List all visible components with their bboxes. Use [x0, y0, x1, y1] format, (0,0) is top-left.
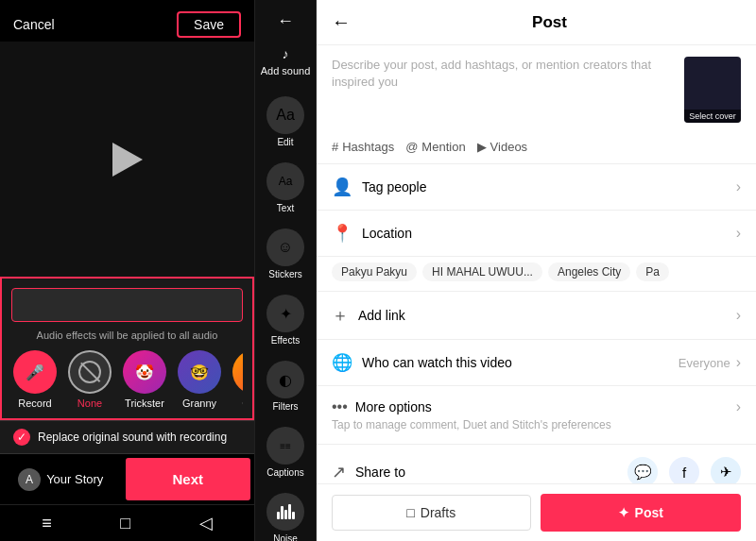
back-button[interactable]: ← — [277, 11, 294, 31]
more-options-label: More options — [355, 399, 432, 414]
videos-button[interactable]: ▶ Videos — [477, 140, 528, 154]
mention-button[interactable]: @ Mention — [405, 140, 465, 154]
drafts-label: Drafts — [421, 505, 455, 520]
location-tag-2[interactable]: HI MAHAL UWUU... — [422, 262, 542, 281]
tool-noise-reducer[interactable]: Noise reducer — [255, 485, 316, 541]
post-content: Describe your post, add hashtags, or men… — [317, 45, 756, 483]
nav-back-icon[interactable]: ◁ — [199, 513, 213, 533]
effect-granny[interactable]: 🤓 Granny — [176, 350, 223, 409]
tool-filters[interactable]: ◐ Filters — [255, 353, 316, 419]
effects-row: 🎤 Record None 🤡 Trickster 🤓 G — [11, 350, 243, 409]
post-button[interactable]: ✦ Post — [541, 494, 742, 532]
share-to-label: Share to — [355, 465, 627, 480]
mention-symbol: @ — [405, 140, 418, 154]
more-options-section: ••• More options › Tap to manage comment… — [317, 386, 756, 445]
bottom-nav-bar: ≡ □ ◁ — [0, 504, 254, 541]
play-button[interactable] — [112, 143, 143, 177]
audio-tools-panel: ← ♪ Add sound Aa Edit Aa Text ☺ Stickers… — [255, 0, 317, 541]
granny-emoji: 🤓 — [190, 363, 209, 381]
post-description-placeholder[interactable]: Describe your post, add hashtags, or men… — [332, 57, 675, 123]
post-back-button[interactable]: ← — [332, 11, 351, 33]
tool-edit-label: Edit — [277, 137, 293, 147]
editor-top-bar: Cancel Save — [0, 0, 254, 49]
location-chevron-icon: › — [736, 225, 741, 242]
nav-menu-icon[interactable]: ≡ — [42, 514, 52, 533]
add-link-label: Add link — [358, 308, 736, 323]
effect-trickster[interactable]: 🤡 Trickster — [121, 350, 168, 409]
add-sound-label: Add sound — [261, 65, 311, 77]
videos-label: Videos — [490, 140, 528, 154]
hashtag-symbol: # — [332, 140, 338, 154]
more-options-sub: Tap to manage comment, Duet and Stitch's… — [332, 418, 741, 431]
nav-home-icon[interactable]: □ — [120, 514, 130, 533]
location-tag-4[interactable]: Pa — [636, 262, 669, 281]
location-tag-1[interactable]: Pakyu Pakyu — [332, 262, 417, 281]
location-tags: Pakyu Pakyu HI MAHAL UWUU... Angeles Cit… — [317, 257, 756, 292]
effect-trickster-label: Trickster — [125, 397, 164, 409]
telegram-share-button[interactable]: ✈ — [711, 457, 741, 483]
add-sound-section: ♪ Add sound — [255, 42, 316, 89]
drafts-button[interactable]: □ Drafts — [332, 495, 531, 531]
tag-people-row[interactable]: 👤 Tag people › — [317, 164, 756, 211]
tool-edit[interactable]: Aa Edit — [255, 89, 316, 155]
messenger-share-button[interactable]: 💬 — [627, 457, 658, 483]
mention-label: Mention — [421, 140, 465, 154]
effect-chip[interactable]: 😜 Chi... — [231, 350, 243, 409]
no-effect-icon — [78, 361, 101, 383]
noise-reducer-icon — [266, 493, 304, 531]
cancel-button[interactable]: Cancel — [13, 17, 55, 32]
facebook-share-button[interactable]: f — [669, 457, 699, 483]
tool-captions[interactable]: ≡≡ Captions — [255, 419, 316, 485]
add-link-row[interactable]: ＋ Add link › — [317, 292, 756, 340]
captions-icon: ≡≡ — [266, 427, 304, 465]
music-note-icon: ♪ — [283, 46, 289, 61]
filters-icon: ◐ — [266, 361, 304, 398]
post-header: ← Post — [317, 0, 756, 45]
post-star-icon: ✦ — [618, 505, 629, 520]
hashtag-row: # Hashtags @ Mention ▶ Videos — [317, 134, 756, 164]
audio-top-nav: ← — [255, 0, 316, 42]
none-icon — [68, 350, 112, 394]
effect-record[interactable]: 🎤 Record — [11, 350, 59, 409]
location-tag-3[interactable]: Angeles City — [548, 262, 630, 281]
more-options-chevron-icon: › — [736, 398, 741, 415]
more-options-left: ••• More options — [332, 398, 432, 415]
who-watch-row[interactable]: 🌐 Who can watch this video Everyone › — [317, 340, 756, 386]
audio-effects-section: Audio effects will be applied to all aud… — [0, 277, 254, 420]
post-bottom-bar: □ Drafts ✦ Post — [317, 483, 756, 541]
location-label: Location — [362, 226, 736, 241]
save-button[interactable]: Save — [177, 11, 241, 38]
effect-chip-label: Chi... — [242, 397, 243, 409]
effect-none[interactable]: None — [66, 350, 113, 409]
effect-record-label: Record — [18, 397, 51, 409]
tool-stickers[interactable]: ☺ Stickers — [255, 221, 316, 287]
hashtag-button[interactable]: # Hashtags — [332, 140, 394, 154]
more-options-header[interactable]: ••• More options › — [332, 398, 741, 415]
story-next-bar: A Your Story Next — [0, 453, 254, 504]
replace-sound-row[interactable]: ✓ Replace original sound with recording — [0, 420, 254, 453]
tool-captions-label: Captions — [266, 467, 303, 478]
chip-icon: 😜 — [232, 350, 243, 394]
cover-thumbnail[interactable]: Select cover — [684, 57, 741, 123]
share-icons: 💬 f ✈ — [627, 457, 741, 483]
text-icon: Aa — [266, 162, 304, 200]
audio-progress-bar[interactable] — [11, 288, 243, 322]
your-story-label: Your Story — [46, 472, 103, 486]
edit-icon: Aa — [266, 96, 304, 134]
tool-effects[interactable]: ✦ Effects — [255, 287, 316, 353]
video-editor-panel: Cancel Save Audio effects will be applie… — [0, 0, 255, 541]
tool-text[interactable]: Aa Text — [255, 155, 316, 221]
your-story-button[interactable]: A Your Story — [0, 457, 122, 502]
next-button[interactable]: Next — [126, 458, 251, 500]
replace-sound-checkbox[interactable]: ✓ — [13, 429, 30, 446]
stickers-icon: ☺ — [266, 228, 304, 266]
hashtag-label: Hashtags — [342, 140, 394, 154]
location-row[interactable]: 📍 Location › — [317, 211, 756, 257]
select-cover-label[interactable]: Select cover — [684, 110, 741, 123]
granny-icon: 🤓 — [178, 350, 221, 394]
trickster-emoji: 🤡 — [135, 363, 154, 381]
tool-noise-reducer-label: Noise reducer — [259, 533, 312, 541]
person-icon: 👤 — [332, 177, 352, 197]
trickster-icon: 🤡 — [123, 350, 166, 394]
post-title: Post — [358, 13, 741, 32]
